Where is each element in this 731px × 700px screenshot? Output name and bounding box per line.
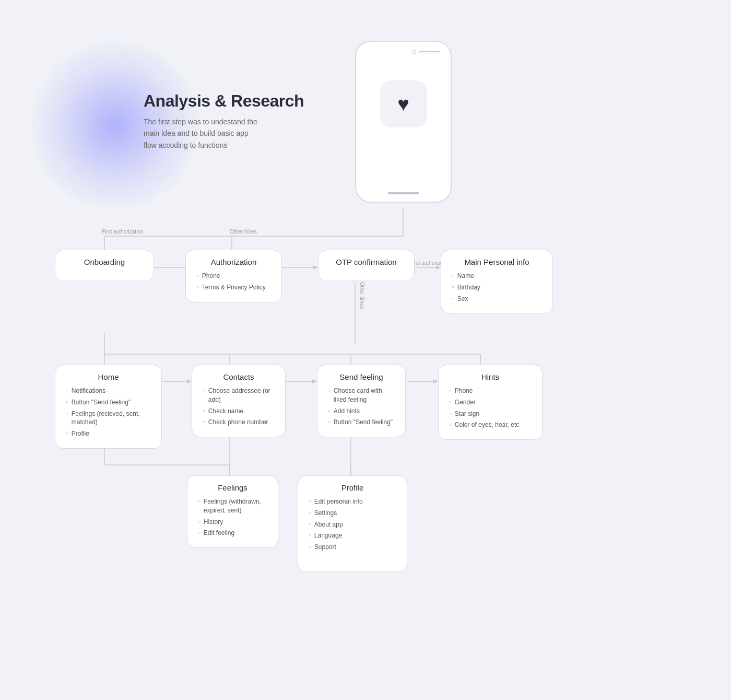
home-item-1: Notifications <box>66 387 151 395</box>
profile-item-3: About app <box>309 520 396 529</box>
home-item-2: Button "Send feeling" <box>66 398 151 407</box>
phone-heart-box: ♥ <box>380 80 427 127</box>
section-title: Analysis & Research <box>144 91 304 111</box>
contacts-item-3: Check phone number <box>203 418 275 427</box>
hints-title: Hints <box>449 372 532 381</box>
node-send-feeling: Send feeling Choose card with liked feel… <box>317 365 406 437</box>
contacts-list: Choose addressee (or add) Check name Che… <box>203 387 275 427</box>
main-personal-title: Main Personal info <box>452 258 542 266</box>
send-feeling-title: Send feeling <box>328 372 395 381</box>
auth-item-1: Phone <box>196 272 271 281</box>
node-authorization: Authorization Phone Terms & Privacy Poli… <box>185 250 282 302</box>
section-description: The first step was to undestand the main… <box>144 116 258 151</box>
sf-item-1: Choose card with liked feeling <box>328 387 395 404</box>
main-personal-list: Name Birthday Sex <box>452 272 542 303</box>
profile-list: Edit personal info Settings About app La… <box>309 497 396 552</box>
home-title: Home <box>66 372 151 381</box>
feelings-item-3: Edit feeling <box>198 529 267 538</box>
hints-item-1: Phone <box>449 387 532 395</box>
phone-mockup: ♥ <box>355 41 452 203</box>
svg-marker-19 <box>187 379 192 383</box>
contacts-item-2: Check name <box>203 407 275 416</box>
hints-item-3: Star sign <box>449 410 532 418</box>
feelings-item-2: History <box>198 518 267 527</box>
svg-marker-23 <box>433 379 438 383</box>
hints-item-4: Color of eyes, hear, etc <box>449 421 532 429</box>
contacts-item-1: Choose addressee (or add) <box>203 387 275 404</box>
feelings-item-1: Feelings (withdrawn, expired, sent) <box>198 497 267 515</box>
other-times-rotated: Other times <box>359 282 365 309</box>
other-times-label: Other times <box>230 229 257 235</box>
feelings-title: Feelings <box>198 483 267 492</box>
node-home: Home Notifications Button "Send feeling"… <box>55 365 162 449</box>
mp-item-1: Name <box>452 272 542 281</box>
hints-list: Phone Gender Star sign Color of eyes, he… <box>449 387 532 429</box>
home-list: Notifications Button "Send feeling" Feel… <box>66 387 151 438</box>
node-contacts: Contacts Choose addressee (or add) Check… <box>192 365 286 437</box>
contacts-title: Contacts <box>203 372 275 381</box>
home-item-4: Profile <box>66 429 151 438</box>
otp-title: OTP confirmation <box>329 258 404 266</box>
svg-marker-9 <box>436 265 441 270</box>
profile-title: Profile <box>309 483 396 492</box>
mp-item-2: Birthday <box>452 283 542 292</box>
node-profile: Profile Edit personal info Settings Abou… <box>298 475 407 572</box>
svg-marker-21 <box>312 379 317 383</box>
phone-home-indicator <box>388 192 419 194</box>
authorization-title: Authorization <box>196 258 271 266</box>
sf-item-2: Add hints <box>328 407 395 416</box>
node-onboarding: Onboarding <box>55 250 154 281</box>
authorization-list: Phone Terms & Privacy Policy <box>196 272 271 292</box>
node-main-personal: Main Personal info Name Birthday Sex <box>441 250 553 313</box>
profile-item-4: Language <box>309 531 396 540</box>
node-otp: OTP confirmation <box>318 250 415 281</box>
node-hints: Hints Phone Gender Star sign Color of ey… <box>438 365 543 440</box>
profile-item-5: Support <box>309 543 396 552</box>
send-feeling-list: Choose card with liked feeling Add hints… <box>328 387 395 427</box>
hints-item-2: Gender <box>449 398 532 407</box>
home-item-3: Feelings (recieved, sent, matched) <box>66 410 151 427</box>
auth-item-2: Terms & Privacy Policy <box>196 283 271 292</box>
heart-icon: ♥ <box>397 93 409 115</box>
node-feelings: Feelings Feelings (withdrawn, expired, s… <box>187 475 278 548</box>
sf-item-3: Button "Send feeling" <box>328 418 395 427</box>
feelings-list: Feelings (withdrawn, expired, sent) Hist… <box>198 497 267 538</box>
profile-item-2: Settings <box>309 509 396 518</box>
profile-item-1: Edit personal info <box>309 497 396 506</box>
onboarding-title: Onboarding <box>66 258 143 266</box>
phone-dot <box>412 50 416 54</box>
first-auth-label: First authorization <box>102 229 143 235</box>
phone-top-bar <box>412 50 440 54</box>
phone-status-bar <box>419 51 440 53</box>
mp-item-3: Sex <box>452 295 542 304</box>
svg-marker-7 <box>313 265 318 270</box>
